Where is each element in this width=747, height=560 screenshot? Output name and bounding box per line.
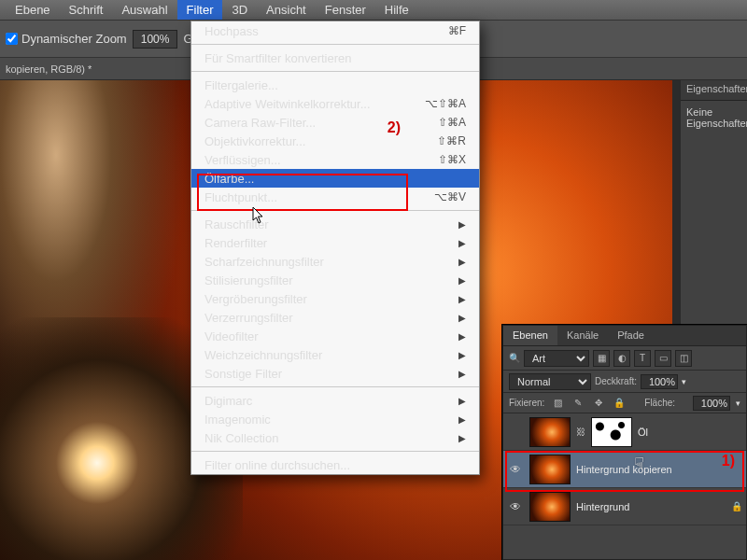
blend-mode-select[interactable]: Normal [509,373,591,390]
menu-auswahl[interactable]: Auswahl [112,0,176,20]
menuitem-fluchtpunkt-[interactable]: Fluchtpunkt...⌥⌘V [191,188,479,206]
layer-row[interactable]: 👁Hintergrund🔒 [503,488,746,525]
menuitem-stilisierungsfilter[interactable]: Stilisierungsfilter [191,271,479,289]
lock-label: Fixieren: [509,398,544,408]
layer-name[interactable]: Hintergrund [576,501,629,512]
layer-name[interactable]: Hintergrund kopieren [576,464,672,475]
filter-pixel-icon[interactable]: ▦ [593,350,610,367]
dynamic-zoom-label: Dynamischer Zoom [21,32,127,46]
lock-brush-icon[interactable]: ✎ [571,396,585,411]
menuitem-digimarc[interactable]: Digimarc [191,391,479,410]
menu-ebene[interactable]: Ebene [6,0,60,20]
menuitem-verfl-ssigen-[interactable]: Verflüssigen...⇧⌘X [191,150,479,169]
menuitem-camera-raw-filter-[interactable]: Camera Raw-Filter...⇧⌘A [191,113,479,132]
menuitem-sonstige-filter[interactable]: Sonstige Filter [191,364,479,383]
layer-filter-kind[interactable]: Art [524,350,589,367]
menuitem-filtergalerie-[interactable]: Filtergalerie... [191,76,479,94]
menuitem-verzerrungsfilter[interactable]: Verzerrungsfilter [191,308,479,327]
layer-thumb[interactable] [529,492,571,522]
filter-shape-icon[interactable]: ▭ [655,350,671,367]
paneltab-ebenen[interactable]: Ebenen [503,326,557,345]
filter-menu: 2) Hochpass⌘FFür Smartfilter konvertiere… [190,21,480,475]
lock-icon: 🔒 [731,501,742,511]
menuitem-videofilter[interactable]: Videofilter [191,327,479,345]
filter-text-icon[interactable]: T [634,350,651,367]
tab-properties[interactable]: Eigenschaften [681,80,747,100]
layer-filter-row: 🔍 Art ▦ ◐ T ▭ ◫ [503,346,746,371]
layer-name[interactable]: Öl [638,427,648,438]
menu-fenster[interactable]: Fenster [316,0,375,20]
zoom-value[interactable]: 100% [133,30,178,49]
menu-filter[interactable]: Filter [177,0,223,20]
fill-label: Fläche: [644,398,675,408]
fill-input[interactable] [693,396,730,411]
visibility-eye-icon[interactable]: 👁 [507,463,524,476]
menuitem-adaptive-weitwinkelkorrektur-[interactable]: Adaptive Weitwinkelkorrektur...⌥⇧⌘A [191,94,479,113]
filter-smart-icon[interactable]: ◫ [675,350,692,367]
menuitem-scharfzeichnungsfilter[interactable]: Scharfzeichnungsfilter [191,252,479,271]
menu-3d[interactable]: 3D [222,0,257,20]
menuitem-filter-online-durchsuchen-[interactable]: Filter online durchsuchen... [191,455,479,474]
layer-thumb[interactable] [529,417,571,447]
properties-panel: Eigenschaften Info Keine Eigenschaften [680,80,747,332]
opacity-input[interactable] [641,374,678,389]
visibility-eye-icon[interactable]: 👁 [507,500,524,513]
paneltab-pfade[interactable]: Pfade [608,326,654,345]
menuitem-rauschfilter[interactable]: Rauschfilter [191,215,479,233]
paneltab-kanäle[interactable]: Kanäle [557,326,608,345]
document-tab[interactable]: kopieren, RGB/8) * [6,63,92,75]
menuitem-f-r-smartfilter-konvertieren[interactable]: Für Smartfilter konvertieren [191,49,479,67]
lock-all-icon[interactable]: 🔒 [612,396,627,411]
dynamic-zoom-checkbox[interactable]: Dynamischer Zoom [6,32,127,46]
menuitem--lfarbe-[interactable]: Ölfarbe... [191,169,479,188]
link-icon[interactable]: ⛓ [576,427,585,437]
menu-hilfe[interactable]: Hilfe [375,0,418,20]
layers-panel: EbenenKanälePfade 🔍 Art ▦ ◐ T ▭ ◫ Normal… [502,325,747,560]
lock-move-icon[interactable]: ✥ [591,396,606,411]
menuitem-renderfilter[interactable]: Renderfilter [191,233,479,252]
menubar: EbeneSchriftAuswahlFilter3DAnsichtFenste… [0,0,747,21]
menuitem-objektivkorrektur-[interactable]: Objektivkorrektur...⇧⌘R [191,132,479,150]
menu-schrift[interactable]: Schrift [60,0,113,20]
properties-empty-msg: Keine Eigenschaften [681,101,747,134]
lock-transparent-icon[interactable]: ▨ [550,396,565,411]
opacity-label: Deckkraft: [595,376,637,386]
menuitem-imagenomic[interactable]: Imagenomic [191,410,479,428]
menuitem-vergr-berungsfilter[interactable]: Vergröberungsfilter [191,289,479,308]
menuitem-nik-collection[interactable]: Nik Collection [191,428,479,447]
menu-ansicht[interactable]: Ansicht [257,0,316,20]
mask-thumb[interactable] [591,417,632,447]
menuitem-hochpass[interactable]: Hochpass⌘F [191,21,479,40]
checkbox-icon[interactable] [6,33,18,45]
layer-thumb[interactable] [529,455,571,484]
layer-row[interactable]: ⛓Öl [503,413,746,451]
filter-adjust-icon[interactable]: ◐ [613,350,630,367]
layer-row[interactable]: 👁Hintergrund kopieren [503,451,746,488]
menuitem-weichzeichnungsfilter[interactable]: Weichzeichnungsfilter [191,345,479,364]
